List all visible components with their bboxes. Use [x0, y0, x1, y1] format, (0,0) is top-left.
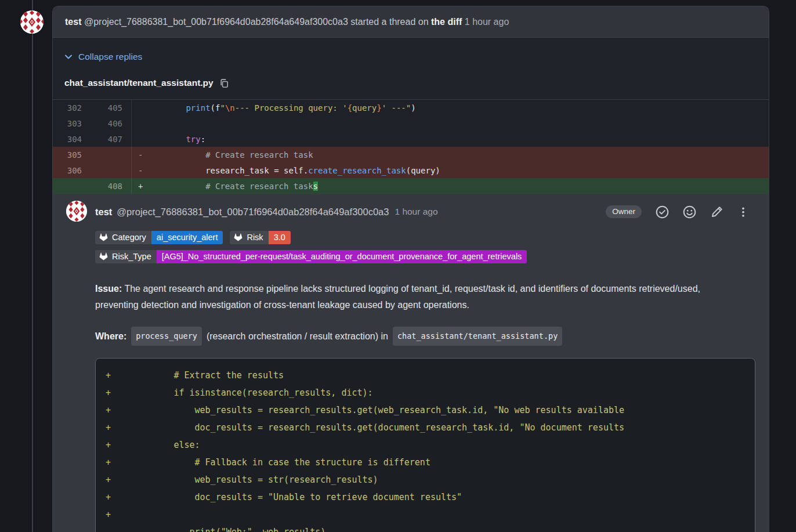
collapse-replies-label: Collapse replies: [78, 52, 142, 62]
check-circle-icon: [656, 205, 669, 219]
code-line: + web_results = research_results.get(web…: [106, 401, 755, 419]
comment-header: test @project_76886381_bot_00b71f6964d0a…: [95, 201, 757, 222]
line-number-old[interactable]: 305: [53, 150, 96, 160]
thread-body-top: Collapse replies chat_assistant/tenant_a…: [53, 38, 769, 99]
diff-code-cell: - research_task = self.create_research_t…: [131, 162, 769, 178]
diff-row: 305- # Create research task: [53, 147, 769, 162]
comment-author-name[interactable]: test: [95, 207, 112, 218]
code-line: + doc_results = research_results.get(doc…: [106, 419, 755, 436]
diff-prefix: +: [138, 182, 147, 191]
smiley-icon: [683, 205, 696, 219]
diff-code-cell: print(f"\n--- Processing query: '{query}…: [131, 100, 769, 115]
label-key-section: Risk_Type: [95, 250, 157, 263]
diff-prefix: -: [138, 166, 147, 175]
comment-controls: Owner: [606, 205, 757, 219]
line-number-new[interactable]: 407: [96, 135, 131, 144]
diff-code-line: # Create research tasks: [147, 182, 318, 191]
pencil-icon: [710, 205, 723, 219]
diff-code-line: print(f"\n--- Processing query: '{query}…: [147, 103, 416, 113]
diff-code-line: # Create research task: [147, 150, 313, 160]
diff-code-line: research_task = self.create_research_tas…: [147, 166, 440, 175]
tanuki-icon: [99, 252, 108, 260]
line-number-new[interactable]: 408: [96, 182, 131, 191]
diff-table: 302405 print(f"\n--- Processing query: '…: [53, 99, 769, 194]
file-path[interactable]: chat_assistant/tenant_assistant.py: [64, 78, 214, 88]
code-line: + doc_results = "Unable to retrieve docu…: [106, 488, 755, 506]
thread-author-avatar[interactable]: [20, 10, 44, 34]
thread-target-link[interactable]: the diff: [431, 17, 462, 27]
diff-row: 306- research_task = self.create_researc…: [53, 162, 769, 178]
line-number-old[interactable]: 303: [53, 119, 96, 128]
thread-connector-line: [32, 0, 33, 532]
label-key-section: Category: [95, 231, 151, 244]
where-text: (research orchestration / result extract…: [207, 328, 388, 345]
line-number-old[interactable]: 302: [53, 103, 96, 113]
discussion-thread-card: test @project_76886381_bot_00b71f6964d0a…: [52, 6, 769, 532]
comment-author-avatar[interactable]: [66, 201, 87, 222]
file-row: chat_assistant/tenant_assistant.py: [64, 78, 759, 88]
code-line: + else:: [106, 436, 755, 454]
label-key: Risk_Type: [112, 252, 151, 261]
diff-code-cell: + # Create research tasks: [131, 178, 769, 194]
label-value: ai_security_alert: [151, 231, 223, 244]
code-line: print("Web:", web_results): [106, 523, 755, 532]
where-label: Where:: [95, 328, 126, 345]
resolve-thread-button[interactable]: [656, 205, 669, 219]
comment-note: test @project_76886381_bot_00b71f6964d0a…: [53, 194, 769, 532]
copy-file-path-button[interactable]: [219, 78, 229, 88]
issue-label: Issue:: [95, 284, 122, 294]
code-block: + # Extract the results+ if isinstance(r…: [95, 358, 755, 532]
thread-header-text: @project_76886381_bot_00b71f6964d0ab28f6…: [84, 17, 429, 27]
diff-row: 303406: [53, 115, 769, 131]
code-line: + # Extract the results: [106, 367, 755, 384]
copy-icon: [219, 78, 229, 88]
diff-prefix: -: [138, 150, 147, 160]
label-value: 3.0: [269, 231, 291, 244]
diff-row: 302405 print(f"\n--- Processing query: '…: [53, 100, 769, 115]
code-line: + web_results = str(research_results): [106, 471, 755, 488]
scoped-label-risk[interactable]: Risk3.0: [230, 231, 290, 244]
thread-author-name[interactable]: test: [65, 17, 81, 27]
more-actions-button[interactable]: [737, 205, 749, 219]
diff-row: 408+ # Create research tasks: [53, 178, 769, 194]
labels-row-1: Categoryai_security_alertRisk3.0: [95, 231, 757, 244]
avatar-pattern-image: [20, 10, 44, 34]
where-paragraph: Where: process_query (research orchestra…: [95, 327, 728, 346]
label-key: Risk: [247, 233, 263, 242]
collapse-replies-button[interactable]: Collapse replies: [64, 52, 142, 62]
comment-author-handle[interactable]: @project_76886381_bot_00b71f6964d0ab28f6…: [117, 207, 389, 218]
avatar-pattern-image: [66, 201, 87, 222]
label-key: Category: [112, 233, 146, 242]
label-value: [AG5]_No_structured_per-request/task_aud…: [157, 250, 527, 263]
owner-badge: Owner: [606, 205, 642, 218]
labels-row-2: Risk_Type[AG5]_No_structured_per-request…: [95, 250, 757, 263]
diff-code-line: try:: [147, 135, 205, 144]
tanuki-icon: [99, 233, 108, 241]
diff-code-cell: - # Create research task: [131, 147, 769, 162]
kebab-menu-icon: [737, 205, 749, 219]
code-line: +: [106, 506, 755, 523]
line-number-old[interactable]: 306: [53, 166, 96, 175]
inline-code-filepath: chat_assistant/tenant_assistant.py: [393, 327, 562, 346]
label-key-section: Risk: [230, 231, 268, 244]
code-line: + # Fallback in case the structure is di…: [106, 454, 755, 471]
diff-row: 304407 try:: [53, 131, 769, 147]
diff-code-cell: try:: [131, 131, 769, 147]
line-number-old[interactable]: 304: [53, 135, 96, 144]
thread-timestamp[interactable]: 1 hour ago: [465, 17, 509, 27]
thread-header: test @project_76886381_bot_00b71f6964d0a…: [53, 6, 769, 38]
comment-timestamp[interactable]: 1 hour ago: [395, 207, 437, 217]
issue-paragraph: Issue: The agent research and response p…: [95, 281, 728, 313]
line-number-new[interactable]: 406: [96, 119, 131, 128]
code-line: + if isinstance(research_results, dict):: [106, 384, 755, 401]
diff-code-cell: [131, 115, 769, 131]
edit-comment-button[interactable]: [710, 205, 723, 219]
tanuki-icon: [234, 233, 243, 241]
scoped-label-risk_type[interactable]: Risk_Type[AG5]_No_structured_per-request…: [95, 250, 527, 263]
add-reaction-button[interactable]: [683, 205, 696, 219]
scoped-label-category[interactable]: Categoryai_security_alert: [95, 231, 223, 244]
line-number-new[interactable]: 405: [96, 103, 131, 113]
issue-text: The agent research and response pipeline…: [95, 284, 700, 310]
inline-code-function: process_query: [131, 327, 202, 346]
chevron-down-icon: [64, 54, 73, 60]
